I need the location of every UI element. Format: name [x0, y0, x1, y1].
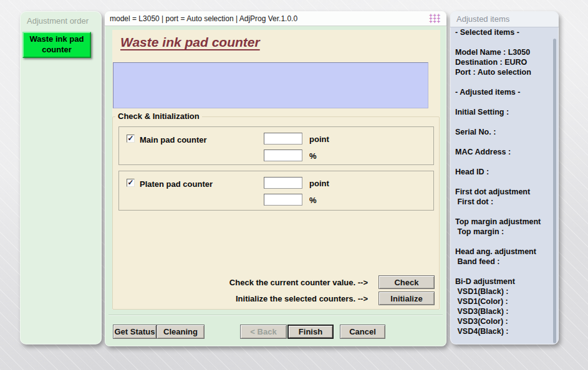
- initialize-button[interactable]: Initialize: [378, 292, 435, 305]
- page-title: Waste ink pad counter: [120, 35, 260, 50]
- adjusted-items-line: - Adjusted items -: [455, 87, 550, 97]
- adjustment-order-panel: Adjustment order Waste ink pad counter: [20, 11, 102, 344]
- adjusted-items-line: [455, 267, 550, 277]
- groupbox-legend: Check & Initialization: [115, 111, 202, 121]
- adjusted-items-line: Port : Auto selection: [455, 67, 550, 77]
- adjprog-main-window: model = L3050 | port = Auto selection | …: [105, 11, 446, 346]
- scrollbar-thumb[interactable]: [553, 39, 556, 343]
- adjusted-items-line: [455, 97, 550, 107]
- adjusted-items-line: Top margin adjustment: [455, 217, 550, 227]
- adjusted-items-line: Head ID :: [455, 167, 550, 177]
- adjusted-items-line: Serial No. :: [455, 127, 550, 137]
- get-status-button[interactable]: Get Status: [113, 325, 157, 339]
- adjusted-items-line: - Selected items -: [455, 27, 550, 37]
- adjusted-items-line: Bi-D adjustment: [455, 277, 550, 287]
- adjusted-items-line: [455, 37, 550, 47]
- adjusted-items-panel: Adjusted items - Selected items -Model N…: [450, 11, 559, 344]
- adjustment-order-title: Adjustment order: [20, 11, 102, 26]
- adjusted-items-line: VSD4(Black) :: [455, 326, 550, 336]
- adjusted-items-line: First dot :: [455, 197, 550, 207]
- adjusted-items-line: [455, 137, 550, 147]
- adjusted-items-list: - Selected items -Model Name : L3050Dest…: [455, 27, 550, 336]
- main-pad-percent-unit: %: [309, 151, 317, 161]
- platen-pad-percent-input[interactable]: [264, 194, 302, 206]
- adjusted-items-line: VSD1(Black) :: [455, 287, 550, 296]
- window-titlebar: model = L3050 | port = Auto selection | …: [105, 11, 446, 26]
- plus-grid-icon: +++ +++ +++: [429, 14, 441, 24]
- main-pad-label: Main pad counter: [140, 135, 207, 145]
- adjusted-items-line: MAC Address :: [455, 147, 550, 157]
- check-button[interactable]: Check: [378, 275, 435, 289]
- adjusted-items-line: Model Name : L3050: [455, 47, 550, 57]
- platen-pad-percent-unit: %: [309, 196, 317, 205]
- adjusted-items-line: [455, 77, 550, 87]
- adjusted-items-line: [455, 117, 550, 127]
- adjusted-items-line: Top margin :: [455, 227, 550, 237]
- platen-pad-point-unit: point: [309, 179, 329, 188]
- waste-ink-pad-counter-button[interactable]: Waste ink pad counter: [22, 32, 91, 58]
- finish-button[interactable]: Finish: [287, 325, 334, 339]
- message-box: [113, 62, 428, 108]
- adjusted-items-line: Destination : EURO: [455, 57, 550, 67]
- adjusted-items-line: Initial Setting :: [455, 107, 550, 117]
- main-pad-percent-input[interactable]: [264, 149, 302, 161]
- adjusted-items-line: First dot adjustment: [455, 187, 550, 197]
- platen-pad-checkbox[interactable]: ✓: [127, 179, 135, 187]
- cleaning-button[interactable]: Cleaning: [157, 325, 205, 339]
- check-caption: Check the current counter value. -->: [112, 278, 368, 287]
- platen-pad-point-input[interactable]: [264, 177, 302, 189]
- initialize-caption: Initialize the selected counters. -->: [112, 294, 368, 303]
- platen-pad-counter-row: ✓ Platen pad counter point %: [118, 171, 434, 211]
- adjusted-items-line: Head ang. adjustment: [455, 247, 550, 257]
- adjusted-items-line: [455, 177, 550, 187]
- adjusted-items-line: [455, 237, 550, 247]
- bottom-divider: [108, 315, 443, 316]
- main-pad-counter-row: ✓ Main pad counter point %: [118, 126, 434, 165]
- main-pad-checkbox[interactable]: ✓: [127, 135, 135, 143]
- platen-pad-label: Platen pad counter: [140, 179, 213, 189]
- back-button[interactable]: < Back: [240, 325, 287, 339]
- adjusted-items-line: Band feed :: [455, 257, 550, 267]
- main-pad-point-input[interactable]: [264, 133, 302, 145]
- content-area: Waste ink pad counter Check & Initializa…: [112, 30, 440, 310]
- adjusted-items-line: [455, 157, 550, 167]
- adjusted-items-line: VSD3(Black) :: [455, 306, 550, 316]
- adjusted-items-title: Adjusted items: [450, 11, 559, 27]
- desktop-background: Adjustment order Waste ink pad counter m…: [0, 0, 588, 370]
- adjusted-items-line: [455, 207, 550, 217]
- adjusted-items-line: VSD3(Color) :: [455, 316, 550, 326]
- adjusted-items-line: VSD1(Color) :: [455, 296, 550, 306]
- main-pad-point-unit: point: [309, 135, 329, 144]
- cancel-button[interactable]: Cancel: [340, 325, 385, 339]
